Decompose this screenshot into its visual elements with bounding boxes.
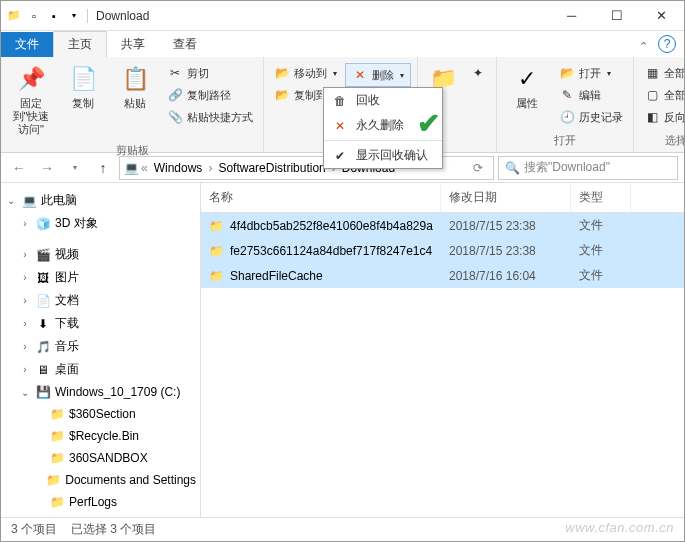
ribbon-expand[interactable]: ⌃ bbox=[633, 36, 654, 57]
tree-folder[interactable]: 📁360SANDBOX bbox=[1, 447, 200, 469]
breadcrumb-seg[interactable]: SoftwareDistribution bbox=[214, 161, 329, 175]
tree-folder[interactable]: 📁$360Section bbox=[1, 403, 200, 425]
open-button[interactable]: 📂打开▾ bbox=[555, 63, 627, 83]
tree-folder[interactable]: 📁$Recycle.Bin bbox=[1, 425, 200, 447]
qat: 📁 ▫ ▪ ▾ bbox=[1, 7, 83, 25]
group-label: 打开 bbox=[503, 131, 627, 150]
pin-icon: 📌 bbox=[15, 63, 47, 95]
breadcrumb-seg[interactable]: Windows bbox=[150, 161, 207, 175]
list-header: 名称 修改日期 类型 bbox=[201, 183, 684, 213]
close-button[interactable]: ✕ bbox=[639, 1, 684, 31]
history-button[interactable]: 🕘历史记录 bbox=[555, 107, 627, 127]
tree-item[interactable]: ›⬇下载 bbox=[1, 312, 200, 335]
list-item[interactable]: 📁4f4dbcb5ab252f8e41060e8f4b4a829a 2018/7… bbox=[201, 213, 684, 238]
folder-icon: 📁 bbox=[5, 7, 23, 25]
group-open: ✓ 属性 📂打开▾ ✎编辑 🕘历史记录 打开 bbox=[497, 57, 634, 152]
music-icon: 🎵 bbox=[35, 339, 51, 355]
tree-item[interactable]: ›🎵音乐 bbox=[1, 335, 200, 358]
group-select: ▦全部选择 ▢全部取消 ◧反向选择 选择 bbox=[634, 57, 685, 152]
cut-icon: ✂ bbox=[167, 65, 183, 81]
minimize-button[interactable]: ─ bbox=[549, 1, 594, 31]
nav-tree: ⌄💻此电脑 ›🧊3D 对象 ›🎬视频 ›🖼图片 ›📄文档 ›⬇下载 ›🎵音乐 ›… bbox=[1, 183, 201, 517]
list-item[interactable]: 📁fe2753c661124a84dbef717f8247e1c4 2018/7… bbox=[201, 238, 684, 263]
delete-button[interactable]: ✕删除▾ bbox=[345, 63, 411, 87]
copypath-button[interactable]: 🔗复制路径 bbox=[163, 85, 257, 105]
picture-icon: 🖼 bbox=[35, 270, 51, 286]
tree-item[interactable]: ›📄文档 bbox=[1, 289, 200, 312]
open-icon: 📂 bbox=[559, 65, 575, 81]
maximize-button[interactable]: ☐ bbox=[594, 1, 639, 31]
invert-icon: ◧ bbox=[644, 109, 660, 125]
tree-folder[interactable]: 📁Documents and Settings bbox=[1, 469, 200, 491]
qat-dropdown[interactable]: ▾ bbox=[65, 7, 83, 25]
edit-button[interactable]: ✎编辑 bbox=[555, 85, 627, 105]
selectnone-button[interactable]: ▢全部取消 bbox=[640, 85, 685, 105]
selection-count: 已选择 3 个项目 bbox=[71, 521, 156, 538]
selectall-button[interactable]: ▦全部选择 bbox=[640, 63, 685, 83]
folder-icon: 📁 bbox=[49, 406, 65, 422]
tab-file[interactable]: 文件 bbox=[1, 32, 53, 57]
group-clipboard: 📌 固定到"快速访问" 📄 复制 📋 粘贴 ✂剪切 🔗复制路径 📎粘贴快捷方式 … bbox=[1, 57, 264, 152]
menu-showconfirm[interactable]: ✔显示回收确认 bbox=[324, 143, 442, 168]
qat-icon[interactable]: ▫ bbox=[25, 7, 43, 25]
folder-icon: 📁 bbox=[46, 472, 61, 488]
file-list: 名称 修改日期 类型 📁4f4dbcb5ab252f8e41060e8f4b4a… bbox=[201, 183, 684, 517]
separator bbox=[324, 140, 442, 141]
col-date[interactable]: 修改日期 bbox=[441, 183, 571, 212]
col-name[interactable]: 名称 bbox=[201, 183, 441, 212]
folder-icon: 📁 bbox=[209, 244, 224, 258]
folder-icon: 📁 bbox=[209, 269, 224, 283]
tree-item[interactable]: ›🧊3D 对象 bbox=[1, 212, 200, 235]
invertsel-button[interactable]: ◧反向选择 bbox=[640, 107, 685, 127]
tab-home[interactable]: 主页 bbox=[53, 31, 107, 58]
tree-item[interactable]: ›🖥桌面 bbox=[1, 358, 200, 381]
tree-item[interactable]: ›🖼图片 bbox=[1, 266, 200, 289]
copy-button[interactable]: 📄 复制 bbox=[59, 59, 107, 114]
qat-icon[interactable]: ▪ bbox=[45, 7, 63, 25]
content: ⌄💻此电脑 ›🧊3D 对象 ›🎬视频 ›🖼图片 ›📄文档 ›⬇下载 ›🎵音乐 ›… bbox=[1, 183, 684, 517]
tab-share[interactable]: 共享 bbox=[107, 32, 159, 57]
watermark: www.cfan.com.cn bbox=[565, 520, 674, 535]
ribbon: 📌 固定到"快速访问" 📄 复制 📋 粘贴 ✂剪切 🔗复制路径 📎粘贴快捷方式 … bbox=[1, 57, 684, 153]
copypath-icon: 🔗 bbox=[167, 87, 183, 103]
item-count: 3 个项目 bbox=[11, 521, 57, 538]
window-controls: ─ ☐ ✕ bbox=[549, 1, 684, 31]
window-title: Download bbox=[87, 9, 149, 23]
cut-button[interactable]: ✂剪切 bbox=[163, 63, 257, 83]
tree-folder[interactable]: 📁PerfLogs bbox=[1, 491, 200, 513]
list-item[interactable]: 📁SharedFileCache 2018/7/16 16:04 文件 bbox=[201, 263, 684, 288]
check-icon: ✔ bbox=[332, 149, 348, 163]
tree-item[interactable]: ›🎬视频 bbox=[1, 243, 200, 266]
refresh-button[interactable]: ⟳ bbox=[467, 161, 489, 175]
col-type[interactable]: 类型 bbox=[571, 183, 631, 212]
properties-button[interactable]: ✓ 属性 bbox=[503, 59, 551, 114]
folder-icon: 📁 bbox=[49, 494, 65, 510]
tree-drive[interactable]: ⌄💾Windows_10_1709 (C:) bbox=[1, 381, 200, 403]
download-icon: ⬇ bbox=[35, 316, 51, 332]
pin-button[interactable]: 📌 固定到"快速访问" bbox=[7, 59, 55, 141]
3d-icon: 🧊 bbox=[35, 216, 51, 232]
newitem-button[interactable]: ✦ bbox=[466, 63, 490, 83]
shortcut-icon: 📎 bbox=[167, 109, 183, 125]
drive-icon: 💾 bbox=[35, 384, 51, 400]
paste-icon: 📋 bbox=[119, 63, 151, 95]
history-icon: 🕘 bbox=[559, 109, 575, 125]
search-input[interactable]: 🔍 搜索"Download" bbox=[498, 156, 678, 180]
recycle-icon: 🗑 bbox=[332, 94, 348, 108]
newitem-icon: ✦ bbox=[470, 65, 486, 81]
help-button[interactable]: ? bbox=[658, 35, 676, 53]
selectnone-icon: ▢ bbox=[644, 87, 660, 103]
selectall-icon: ▦ bbox=[644, 65, 660, 81]
tab-view[interactable]: 查看 bbox=[159, 32, 211, 57]
folder-icon: 📁 bbox=[49, 450, 65, 466]
search-icon: 🔍 bbox=[505, 161, 520, 175]
folder-icon: 📁 bbox=[209, 219, 224, 233]
folder-icon: 📁 bbox=[49, 428, 65, 444]
tree-thispc[interactable]: ⌄💻此电脑 bbox=[1, 189, 200, 212]
properties-icon: ✓ bbox=[511, 63, 543, 95]
paste-button[interactable]: 📋 粘贴 bbox=[111, 59, 159, 114]
moveto-button[interactable]: 📂移动到▾ bbox=[270, 63, 341, 83]
search-placeholder: 搜索"Download" bbox=[524, 159, 610, 176]
pc-icon: 💻 bbox=[124, 161, 139, 175]
pasteshortcut-button[interactable]: 📎粘贴快捷方式 bbox=[163, 107, 257, 127]
